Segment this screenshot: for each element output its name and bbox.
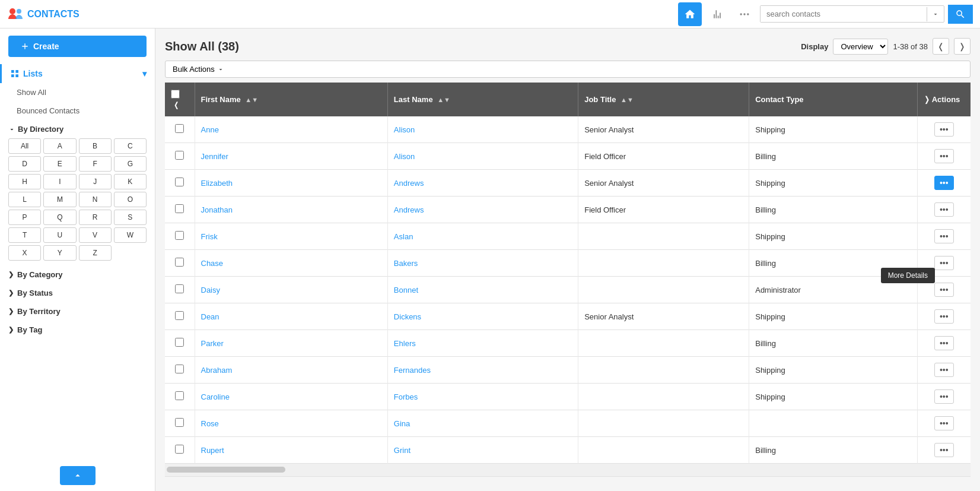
row-first-name[interactable]: Jonathan xyxy=(195,197,387,223)
letter-btn-v[interactable]: V xyxy=(79,227,112,243)
letter-btn-f[interactable]: F xyxy=(79,156,112,172)
letter-btn-g[interactable]: G xyxy=(114,156,147,172)
letter-btn-d[interactable]: D xyxy=(8,156,41,172)
letter-btn-a[interactable]: A xyxy=(43,138,76,154)
letter-btn-i[interactable]: I xyxy=(43,174,76,189)
row-last-name[interactable]: Ehlers xyxy=(387,330,578,357)
row-last-name[interactable]: Andrews xyxy=(387,197,578,223)
letter-btn-n[interactable]: N xyxy=(79,192,112,207)
first-name-sort-icon[interactable]: ▲▼ xyxy=(245,96,258,103)
row-actions-button[interactable]: ••• xyxy=(934,309,954,324)
letter-btn-t[interactable]: T xyxy=(8,227,41,243)
row-select-checkbox[interactable] xyxy=(175,284,184,293)
row-select-checkbox[interactable] xyxy=(175,204,184,213)
letter-btn-h[interactable]: H xyxy=(8,174,41,189)
row-first-name[interactable]: Daisy xyxy=(195,277,387,303)
letter-btn-x[interactable]: X xyxy=(8,245,41,261)
row-first-name[interactable]: Caroline xyxy=(195,384,387,410)
sidebar-item-bounced[interactable]: Bounced Contacts xyxy=(0,102,155,120)
letter-btn-b[interactable]: B xyxy=(79,138,112,154)
row-last-name[interactable]: Alison xyxy=(387,143,578,170)
row-first-name[interactable]: Jennifer xyxy=(195,143,387,170)
row-select-checkbox[interactable] xyxy=(175,151,184,160)
row-first-name[interactable]: Dean xyxy=(195,303,387,330)
search-input[interactable] xyxy=(761,6,927,22)
bulk-actions-button[interactable]: Bulk Actions xyxy=(165,61,971,78)
sidebar-by-tag[interactable]: ❯ By Tag xyxy=(0,321,155,339)
letter-btn-e[interactable]: E xyxy=(43,156,76,172)
letter-btn-q[interactable]: Q xyxy=(43,210,76,225)
display-select[interactable]: Overview xyxy=(833,39,888,55)
row-actions-button[interactable]: ••• xyxy=(934,443,954,457)
row-first-name[interactable]: Elizabeth xyxy=(195,170,387,197)
letter-btn-j[interactable]: J xyxy=(79,174,112,189)
row-select-checkbox[interactable] xyxy=(175,231,184,240)
row-select-checkbox[interactable] xyxy=(175,124,184,133)
letter-btn-l[interactable]: L xyxy=(8,192,41,207)
letter-btn-all[interactable]: All xyxy=(8,138,41,154)
row-last-name[interactable]: Dickens xyxy=(387,303,578,330)
row-last-name[interactable]: Bakers xyxy=(387,250,578,277)
row-actions-button[interactable]: ••• xyxy=(934,176,954,190)
row-first-name[interactable]: Rose xyxy=(195,410,387,437)
row-actions-button[interactable]: ••• xyxy=(934,229,954,243)
row-last-name[interactable]: Forbes xyxy=(387,384,578,410)
pagination-prev-button[interactable]: ❬ xyxy=(933,38,949,55)
row-actions-button[interactable]: ••• xyxy=(934,122,954,137)
letter-btn-k[interactable]: K xyxy=(114,174,147,189)
row-first-name[interactable]: Parker xyxy=(195,330,387,357)
scroll-top-button[interactable] xyxy=(60,466,96,485)
letter-btn-r[interactable]: R xyxy=(79,210,112,225)
row-last-name[interactable]: Bonnet xyxy=(387,277,578,303)
letter-btn-p[interactable]: P xyxy=(8,210,41,225)
by-directory-header[interactable]: By Directory xyxy=(8,125,147,134)
pagination-next-button[interactable]: ❭ xyxy=(954,38,971,55)
row-last-name[interactable]: Alison xyxy=(387,116,578,143)
row-actions-button[interactable]: ••• xyxy=(934,389,954,404)
row-actions-button[interactable]: ••• xyxy=(934,336,954,350)
row-actions-button[interactable]: ••• xyxy=(934,149,954,163)
row-first-name[interactable]: Rupert xyxy=(195,437,387,464)
row-actions-button[interactable]: ••• xyxy=(934,363,954,377)
row-first-name[interactable]: Chase xyxy=(195,250,387,277)
search-go-button[interactable] xyxy=(948,5,973,24)
row-actions-button[interactable]: ••• xyxy=(934,416,954,430)
letter-btn-m[interactable]: M xyxy=(43,192,76,207)
create-button[interactable]: Create xyxy=(8,36,147,57)
sidebar-by-territory[interactable]: ❯ By Territory xyxy=(0,302,155,321)
more-button[interactable] xyxy=(733,2,756,26)
select-all-checkbox[interactable] xyxy=(171,90,180,99)
row-first-name[interactable]: Abraham xyxy=(195,357,387,384)
row-select-checkbox[interactable] xyxy=(175,311,184,320)
row-last-name[interactable]: Fernandes xyxy=(387,357,578,384)
row-select-checkbox[interactable] xyxy=(175,178,184,186)
chart-button[interactable] xyxy=(705,2,729,26)
row-actions-button[interactable]: ••• xyxy=(934,283,954,297)
row-last-name[interactable]: Aslan xyxy=(387,223,578,250)
letter-btn-u[interactable]: U xyxy=(43,227,76,243)
sidebar-lists-section[interactable]: Lists ▾ xyxy=(0,64,155,83)
row-actions-button[interactable]: ••• xyxy=(934,202,954,217)
letter-btn-z[interactable]: Z xyxy=(79,245,112,261)
row-actions-button[interactable]: ••• xyxy=(934,256,954,270)
letter-btn-s[interactable]: S xyxy=(114,210,147,225)
last-name-sort-icon[interactable]: ▲▼ xyxy=(437,96,450,103)
row-first-name[interactable]: Anne xyxy=(195,116,387,143)
row-select-checkbox[interactable] xyxy=(175,338,184,347)
letter-btn-o[interactable]: O xyxy=(114,192,147,207)
sidebar-by-status[interactable]: ❯ By Status xyxy=(0,284,155,302)
row-select-checkbox[interactable] xyxy=(175,365,184,373)
letter-btn-c[interactable]: C xyxy=(114,138,147,154)
row-select-checkbox[interactable] xyxy=(175,258,184,267)
horizontal-scrollbar[interactable] xyxy=(167,467,285,473)
job-title-sort-icon[interactable]: ▲▼ xyxy=(621,96,634,103)
header-chevron-icon[interactable]: ❬ xyxy=(171,101,182,109)
row-select-checkbox[interactable] xyxy=(175,391,184,400)
row-last-name[interactable]: Andrews xyxy=(387,170,578,197)
home-button[interactable] xyxy=(678,2,702,26)
row-select-checkbox[interactable] xyxy=(175,418,184,427)
letter-btn-w[interactable]: W xyxy=(114,227,147,243)
row-last-name[interactable]: Gina xyxy=(387,410,578,437)
row-last-name[interactable]: Grint xyxy=(387,437,578,464)
row-first-name[interactable]: Frisk xyxy=(195,223,387,250)
